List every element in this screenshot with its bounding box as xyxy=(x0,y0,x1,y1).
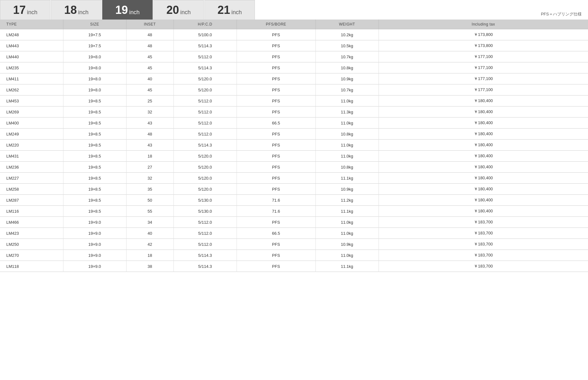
page-wrapper: 17 inch 18 inch 19 inch 20 inch 21 inch … xyxy=(0,0,588,380)
cell-price: ￥180,400 xyxy=(379,173,588,184)
cell-size: 19×8.5 xyxy=(63,129,126,140)
cell-hpcd: 5/130.0 xyxy=(173,195,237,206)
cell-pfs: PFS xyxy=(237,261,315,272)
pfs-note: PFS＝ハブリング仕様 xyxy=(541,11,582,17)
cell-price: ￥183,700 xyxy=(379,261,588,272)
cell-size: 19×8.5 xyxy=(63,195,126,206)
cell-inset: 27 xyxy=(126,162,173,173)
cell-type: LM249 xyxy=(0,129,63,140)
table-row: LM270 19×9.0 18 5/114.3 PFS 11.0kg ￥183,… xyxy=(0,250,588,261)
cell-type: LM411 xyxy=(0,73,63,84)
cell-type: LM235 xyxy=(0,62,63,73)
cell-hpcd: 5/112.0 xyxy=(173,228,237,239)
cell-inset: 18 xyxy=(126,151,173,162)
cell-price: ￥180,400 xyxy=(379,195,588,206)
cell-size: 19×9.0 xyxy=(63,228,126,239)
cell-price: ￥183,700 xyxy=(379,217,588,228)
cell-hpcd: 5/120.0 xyxy=(173,73,237,84)
table-header-row: TYPE SIZE INSET H/P.C.D PFS/BORE WEIGHT … xyxy=(0,20,588,29)
cell-hpcd: 5/120.0 xyxy=(173,84,237,95)
cell-size: 19×8.5 xyxy=(63,107,126,118)
cell-size: 19×7.5 xyxy=(63,29,126,40)
col-header-weight: WEIGHT xyxy=(315,20,379,29)
col-header-pfs: PFS/BORE xyxy=(237,20,315,29)
cell-type: LM400 xyxy=(0,118,63,129)
cell-type: LM262 xyxy=(0,84,63,95)
table-row: LM440 19×8.0 45 5/112.0 PFS 10.7kg ￥177,… xyxy=(0,51,588,62)
cell-price: ￥177,100 xyxy=(379,62,588,73)
cell-size: 19×8.5 xyxy=(63,151,126,162)
cell-inset: 40 xyxy=(126,228,173,239)
cell-weight: 11.0kg xyxy=(315,250,379,261)
tab-17inch[interactable]: 17 inch xyxy=(0,0,50,20)
cell-price: ￥180,400 xyxy=(379,118,588,129)
cell-weight: 11.0kg xyxy=(315,228,379,239)
cell-inset: 43 xyxy=(126,118,173,129)
cell-price: ￥180,400 xyxy=(379,95,588,107)
cell-hpcd: 5/120.0 xyxy=(173,184,237,195)
cell-hpcd: 5/114.3 xyxy=(173,250,237,261)
tab-21inch[interactable]: 21 inch xyxy=(204,0,255,20)
cell-price: ￥180,400 xyxy=(379,162,588,173)
cell-price: ￥180,400 xyxy=(379,107,588,118)
cell-weight: 11.0kg xyxy=(315,140,379,151)
tab-18inch[interactable]: 18 inch xyxy=(51,0,102,20)
cell-size: 19×8.5 xyxy=(63,184,126,195)
cell-inset: 45 xyxy=(126,84,173,95)
cell-price: ￥180,400 xyxy=(379,129,588,140)
cell-weight: 10.8kg xyxy=(315,162,379,173)
cell-type: LM118 xyxy=(0,261,63,272)
cell-type: LM116 xyxy=(0,206,63,217)
cell-size: 19×7.5 xyxy=(63,40,126,51)
table-row: LM118 19×9.0 38 5/114.3 PFS 11.1kg ￥183,… xyxy=(0,261,588,272)
cell-pfs: PFS xyxy=(237,62,315,73)
cell-size: 19×8.5 xyxy=(63,206,126,217)
cell-weight: 10.7kg xyxy=(315,84,379,95)
cell-weight: 11.2kg xyxy=(315,195,379,206)
cell-hpcd: 5/114.3 xyxy=(173,62,237,73)
table-row: LM250 19×9.0 42 5/112.0 PFS 10.9kg ￥183,… xyxy=(0,239,588,250)
cell-inset: 32 xyxy=(126,173,173,184)
table-row: LM453 19×8.5 25 5/112.0 PFS 11.0kg ￥180,… xyxy=(0,95,588,107)
cell-weight: 10.5kg xyxy=(315,40,379,51)
cell-pfs: PFS xyxy=(237,173,315,184)
col-header-price: Including tax xyxy=(379,20,588,29)
cell-weight: 11.0kg xyxy=(315,217,379,228)
cell-pfs: 71.6 xyxy=(237,206,315,217)
tab-20inch[interactable]: 20 inch xyxy=(153,0,204,20)
cell-weight: 11.0kg xyxy=(315,95,379,107)
cell-type: LM220 xyxy=(0,140,63,151)
table-row: LM443 19×7.5 48 5/114.3 PFS 10.5kg ￥173,… xyxy=(0,40,588,51)
table-row: LM466 19×9.0 34 5/112.0 PFS 11.0kg ￥183,… xyxy=(0,217,588,228)
cell-weight: 11.1kg xyxy=(315,206,379,217)
cell-type: LM423 xyxy=(0,228,63,239)
tab-19inch[interactable]: 19 inch xyxy=(102,0,153,20)
cell-pfs: PFS xyxy=(237,140,315,151)
cell-pfs: PFS xyxy=(237,51,315,62)
cell-inset: 48 xyxy=(126,29,173,40)
cell-pfs: 66.5 xyxy=(237,118,315,129)
col-header-hpcd: H/P.C.D xyxy=(173,20,237,29)
table-row: LM116 19×8.5 55 5/130.0 71.6 11.1kg ￥180… xyxy=(0,206,588,217)
table-row: LM400 19×8.5 43 5/112.0 66.5 11.0kg ￥180… xyxy=(0,118,588,129)
cell-weight: 10.9kg xyxy=(315,73,379,84)
cell-hpcd: 5/112.0 xyxy=(173,118,237,129)
cell-hpcd: 5/114.3 xyxy=(173,140,237,151)
cell-inset: 38 xyxy=(126,261,173,272)
cell-weight: 11.1kg xyxy=(315,261,379,272)
cell-pfs: PFS xyxy=(237,73,315,84)
cell-inset: 43 xyxy=(126,140,173,151)
cell-price: ￥173,800 xyxy=(379,40,588,51)
table-row: LM431 19×8.5 18 5/120.0 PFS 11.0kg ￥180,… xyxy=(0,151,588,162)
table-row: LM235 19×8.0 45 5/114.3 PFS 10.8kg ￥177,… xyxy=(0,62,588,73)
cell-price: ￥180,400 xyxy=(379,151,588,162)
tabs-container: 17 inch 18 inch 19 inch 20 inch 21 inch … xyxy=(0,0,588,20)
table-row: LM227 19×8.5 32 5/120.0 PFS 11.1kg ￥180,… xyxy=(0,173,588,184)
table-row: LM262 19×8.0 45 5/120.0 PFS 10.7kg ￥177,… xyxy=(0,84,588,95)
cell-size: 19×8.0 xyxy=(63,84,126,95)
cell-size: 19×8.0 xyxy=(63,51,126,62)
cell-type: LM466 xyxy=(0,217,63,228)
table-row: LM411 19×8.0 40 5/120.0 PFS 10.9kg ￥177,… xyxy=(0,73,588,84)
cell-inset: 35 xyxy=(126,184,173,195)
cell-pfs: PFS xyxy=(237,84,315,95)
